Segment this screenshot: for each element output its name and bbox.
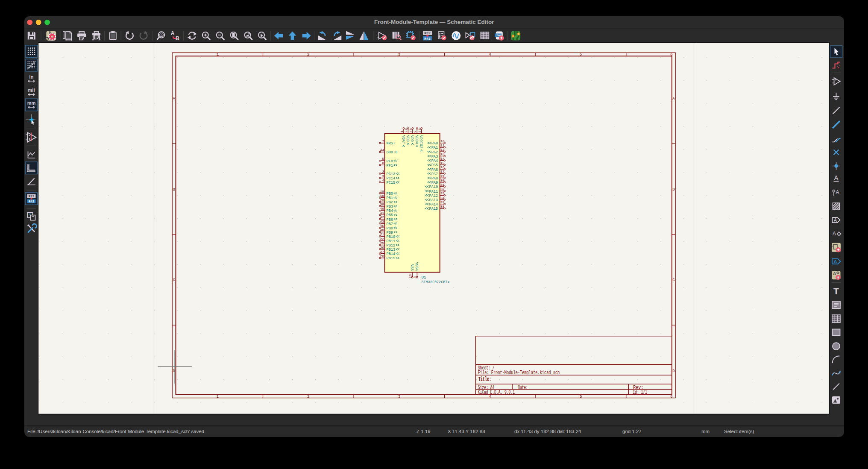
svg-text:13: 13: [440, 152, 445, 156]
svg-text:24: 24: [404, 128, 408, 132]
svg-text:mm: mm: [701, 429, 710, 434]
svg-text:C: C: [672, 278, 675, 282]
svg-text:3: 3: [398, 53, 400, 57]
svg-text:Select item(s): Select item(s): [724, 429, 754, 434]
svg-text:4: 4: [489, 53, 491, 57]
svg-text:D: D: [672, 369, 674, 373]
svg-text:A: A: [160, 33, 163, 37]
svg-text:File '/Users/kiloan/Kiloan-Con: File '/Users/kiloan/Kiloan-Console/kicad…: [27, 429, 205, 434]
svg-text:34: 34: [440, 196, 445, 200]
svg-text:41: 41: [380, 211, 384, 215]
svg-text:VBAT: VBAT: [401, 135, 406, 144]
svg-text:grid 1.27: grid 1.27: [622, 429, 642, 434]
svg-text:1: 1: [217, 53, 219, 57]
svg-text:1: 1: [400, 130, 404, 132]
svg-text:in: in: [29, 74, 34, 79]
svg-text:dx 11.43 dy 182.88 dist 183.: dx 11.43 dy 182.88 dist 183.24: [514, 429, 581, 434]
svg-text:1: 1: [217, 395, 219, 399]
svg-text:22: 22: [380, 237, 384, 241]
svg-text:31: 31: [440, 183, 445, 187]
svg-text:VSSA: VSSA: [414, 262, 419, 271]
svg-text:25: 25: [380, 241, 384, 245]
svg-text:43: 43: [380, 220, 384, 223]
svg-text:Title:: Title:: [478, 375, 491, 383]
svg-text:6: 6: [670, 395, 672, 399]
svg-text:A: A: [173, 97, 176, 101]
svg-text:42: 42: [380, 215, 384, 219]
svg-text:32: 32: [440, 187, 445, 191]
svg-text:7: 7: [382, 139, 384, 143]
svg-text:R??: R??: [424, 31, 431, 35]
svg-text:X 11.43 Y 182.88: X 11.43 Y 182.88: [448, 429, 485, 434]
svg-text:21: 21: [380, 232, 384, 236]
svg-text:27: 27: [380, 250, 384, 254]
svg-text:16: 16: [440, 165, 445, 169]
svg-text:A: A: [834, 259, 837, 264]
svg-text:5: 5: [580, 395, 582, 399]
svg-text:15: 15: [440, 161, 445, 165]
svg-text:38: 38: [440, 205, 445, 208]
svg-text:14: 14: [440, 157, 445, 161]
svg-text:VSS: VSS: [410, 264, 414, 271]
svg-text:40: 40: [380, 207, 384, 211]
svg-text:PA15: PA15: [429, 206, 438, 211]
svg-text:45: 45: [380, 224, 384, 228]
svg-text:12: 12: [440, 148, 445, 152]
svg-text:20: 20: [380, 198, 384, 202]
svg-text:5: 5: [580, 53, 582, 57]
svg-text:Date:: Date:: [518, 384, 528, 391]
svg-text:B: B: [672, 188, 675, 192]
svg-text:Front-Module-Template — Schema: Front-Module-Template — Schematic Editor: [374, 19, 494, 25]
svg-text:T: T: [833, 286, 839, 296]
svg-text:NRST: NRST: [387, 141, 396, 146]
svg-text:U1: U1: [422, 275, 426, 280]
svg-text:26: 26: [380, 246, 384, 249]
svg-text:17: 17: [440, 170, 445, 173]
svg-text:PF1: PF1: [387, 163, 393, 168]
svg-text:18: 18: [380, 190, 384, 193]
svg-text:44: 44: [380, 148, 384, 152]
svg-text:STM32F072CBTx: STM32F072CBTx: [422, 280, 450, 284]
svg-text:A: A: [834, 217, 837, 223]
svg-text:9: 9: [413, 130, 417, 132]
svg-text:3: 3: [382, 174, 384, 178]
svg-text:A: A: [833, 231, 836, 237]
svg-text:VDD: VDD: [405, 135, 410, 142]
svg-text:C: C: [173, 278, 176, 282]
svg-text:A: A: [672, 97, 675, 101]
svg-text:R42: R42: [424, 37, 431, 41]
svg-text:39: 39: [380, 202, 384, 206]
svg-text:3: 3: [398, 395, 400, 399]
svg-text:A: A: [834, 174, 839, 181]
svg-text:46: 46: [380, 228, 384, 232]
svg-text:10: 10: [440, 139, 445, 143]
svg-text:VDDA: VDDA: [414, 135, 419, 144]
svg-text:VDD: VDD: [410, 135, 414, 142]
svg-text:4: 4: [382, 179, 384, 182]
svg-text:8: 8: [413, 276, 417, 278]
svg-text:R42: R42: [29, 200, 35, 203]
svg-text:5: 5: [382, 157, 384, 161]
svg-text:A: A: [171, 30, 175, 36]
svg-text:PC15: PC15: [387, 180, 396, 185]
svg-text:BOOT0: BOOT0: [387, 150, 398, 155]
svg-text:File: Front-Module-Template.ki: File: Front-Module-Template.kicad_sch: [478, 369, 560, 376]
svg-text:29: 29: [440, 174, 445, 178]
svg-text:Z 1.19: Z 1.19: [416, 429, 431, 434]
svg-text:6: 6: [670, 53, 672, 57]
svg-text:VDDIO2: VDDIO2: [419, 135, 423, 149]
svg-text:19: 19: [380, 194, 384, 198]
svg-text:mil: mil: [28, 88, 35, 93]
svg-text:11: 11: [440, 144, 445, 147]
svg-text:48: 48: [409, 128, 413, 132]
svg-text:Id: 1/1: Id: 1/1: [633, 389, 647, 396]
svg-text:PB15: PB15: [387, 256, 396, 261]
svg-text:A: A: [833, 271, 836, 276]
svg-text:KiCad E.D.A. 9.0.1: KiCad E.D.A. 9.0.1: [478, 389, 515, 396]
svg-text:33: 33: [440, 191, 445, 195]
svg-text:37: 37: [440, 200, 445, 204]
svg-text:28: 28: [380, 254, 384, 258]
svg-text:2: 2: [307, 53, 309, 57]
svg-text:2: 2: [382, 170, 384, 173]
svg-text:mm: mm: [27, 100, 36, 106]
